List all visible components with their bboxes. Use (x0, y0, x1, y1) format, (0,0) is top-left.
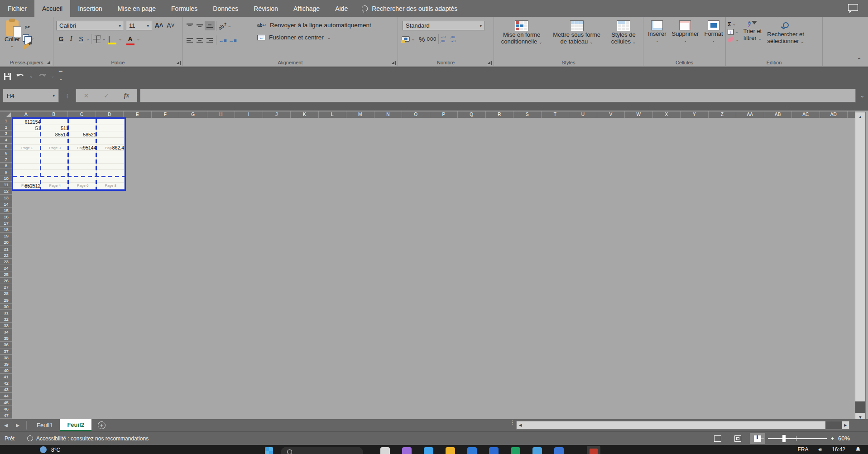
app-icon-purple[interactable] (402, 447, 412, 454)
column-header-AB[interactable]: AB (764, 111, 792, 118)
zoom-out-icon[interactable]: − (761, 435, 764, 442)
ribbon-tab-données[interactable]: Données (205, 0, 246, 17)
notification-bell-icon[interactable]: 🔔︎ (855, 446, 861, 453)
row-header-14[interactable]: 14 (0, 201, 12, 208)
row-header-39[interactable]: 39 (0, 361, 12, 367)
insert-cells-button[interactable]: Insérer ⌄ (645, 19, 669, 45)
vertical-scroll-thumb[interactable] (855, 121, 865, 401)
ribbon-tab-révision[interactable]: Révision (246, 0, 286, 17)
borders-button[interactable] (93, 35, 101, 43)
column-header-E[interactable]: E (124, 111, 152, 118)
ribbon-tab-insertion[interactable]: Insertion (70, 0, 110, 17)
align-left-icon[interactable] (185, 36, 195, 45)
sheet-nav-right-icon[interactable]: ▶ (12, 419, 24, 431)
row-header-6[interactable]: 6 (0, 150, 12, 156)
ribbon-tab-aide[interactable]: Aide (327, 0, 355, 17)
ribbon-tab-mise-en-page[interactable]: Mise en page (110, 0, 163, 17)
column-header-AD[interactable]: AD (820, 111, 848, 118)
zoom-slider-thumb[interactable] (782, 435, 786, 442)
column-header-N[interactable]: N (374, 111, 403, 118)
row-header-19[interactable]: 19 (0, 233, 12, 239)
row-header-9[interactable]: 9 (0, 169, 12, 175)
name-box[interactable]: H4 ▾ (3, 89, 59, 102)
cell-A2[interactable]: 51 (35, 126, 41, 131)
column-header-L[interactable]: L (319, 111, 347, 118)
merge-chevron-icon[interactable]: ⌄ (327, 35, 331, 40)
column-header-F[interactable]: F (152, 111, 180, 118)
row-header-44[interactable]: 44 (0, 393, 12, 399)
fill-button[interactable]: ↓⌄ (728, 29, 739, 35)
decrease-indent-icon[interactable]: ←≡ (218, 36, 228, 45)
app-icon-excel[interactable] (511, 447, 520, 454)
row-header-2[interactable]: 2 (0, 124, 12, 130)
column-header-U[interactable]: U (569, 111, 597, 118)
weather-widget[interactable]: 8°C (40, 446, 60, 453)
row-header-34[interactable]: 34 (0, 329, 12, 335)
row-header-30[interactable]: 30 (0, 304, 12, 310)
underline-chevron-icon[interactable]: ⌄ (86, 37, 90, 41)
row-header-38[interactable]: 38 (0, 355, 12, 361)
row-header-4[interactable]: 4 (0, 137, 12, 143)
row-header-17[interactable]: 17 (0, 220, 12, 227)
number-format-combo[interactable]: Standard▾ (403, 21, 485, 30)
save-button[interactable] (4, 72, 11, 80)
cancel-icon[interactable]: ✕ (83, 92, 89, 99)
column-header-O[interactable]: O (402, 111, 430, 118)
format-painter-button[interactable] (22, 43, 30, 49)
row-header-16[interactable]: 16 (0, 214, 12, 220)
select-all-corner[interactable] (0, 111, 12, 118)
increase-indent-icon[interactable]: →≡ (228, 36, 238, 45)
row-header-35[interactable]: 35 (0, 335, 12, 342)
column-header-R[interactable]: R (486, 111, 514, 118)
row-header-24[interactable]: 24 (0, 265, 12, 271)
italic-button[interactable]: I (66, 34, 76, 43)
increase-font-icon[interactable]: A˄ (154, 21, 164, 30)
app-icon-edge[interactable] (554, 447, 564, 454)
ribbon-tab-formules[interactable]: Formules (163, 0, 205, 17)
page-break-horizontal[interactable] (13, 176, 125, 177)
row-header-15[interactable]: 15 (0, 208, 12, 214)
orientation-icon[interactable]: ab↗ (216, 19, 229, 32)
column-header-S[interactable]: S (513, 111, 542, 118)
column-header-D[interactable]: D (96, 111, 124, 118)
accessibility-status[interactable]: Accessibilité : consultez nos recommanda… (36, 435, 149, 442)
comments-icon[interactable] (848, 4, 858, 11)
cell-D5[interactable]: 862,4 (112, 145, 124, 150)
row-header-10[interactable]: 10 (0, 175, 12, 182)
row-header-36[interactable]: 36 (0, 342, 12, 348)
row-header-31[interactable]: 31 (0, 310, 12, 316)
row-header-28[interactable]: 28 (0, 290, 12, 297)
decrease-font-icon[interactable]: A˅ (166, 21, 176, 30)
app-icon-notepad[interactable] (380, 447, 390, 454)
column-header-W[interactable]: W (625, 111, 653, 118)
column-header-G[interactable]: G (179, 111, 207, 118)
scroll-up-icon[interactable]: ▲ (855, 112, 865, 121)
customize-qat-icon[interactable]: ▔⌄ (59, 71, 62, 81)
column-header-Q[interactable]: Q (458, 111, 486, 118)
number-dialog-launcher-icon[interactable] (487, 61, 492, 65)
delete-cells-button[interactable]: Supprimer ⌄ (669, 19, 701, 45)
cell-C5[interactable]: 95144 (83, 145, 96, 150)
app-icon-explorer[interactable] (446, 447, 455, 454)
column-header-J[interactable]: J (263, 111, 291, 118)
row-header-11[interactable]: 11 (0, 182, 12, 188)
undo-button[interactable] (16, 72, 25, 80)
row-header-32[interactable]: 32 (0, 316, 12, 323)
namebox-resize-handle[interactable]: ⋮ (64, 95, 70, 97)
clipboard-dialog-launcher-icon[interactable] (47, 61, 51, 65)
align-top-icon[interactable] (185, 21, 195, 30)
zoom-in-icon[interactable]: + (831, 435, 834, 442)
row-header-12[interactable]: 12 (0, 188, 12, 194)
cell-C3[interactable]: 58521 (83, 132, 96, 137)
zoom-level[interactable]: 60% (838, 435, 850, 442)
insert-function-icon[interactable]: fx (124, 92, 129, 99)
column-header-AA[interactable]: AA (736, 111, 764, 118)
tell-me-search[interactable]: Rechercher des outils adaptés (362, 0, 457, 17)
increase-decimal-icon[interactable]: ←0 ,00 (440, 34, 450, 43)
column-header-P[interactable]: P (430, 111, 458, 118)
row-header-43[interactable]: 43 (0, 386, 12, 393)
column-header-H[interactable]: H (207, 111, 235, 118)
row-header-40[interactable]: 40 (0, 367, 12, 374)
sheet-nav-left-icon[interactable]: ◀ (0, 419, 12, 431)
bold-button[interactable]: G (56, 34, 66, 43)
